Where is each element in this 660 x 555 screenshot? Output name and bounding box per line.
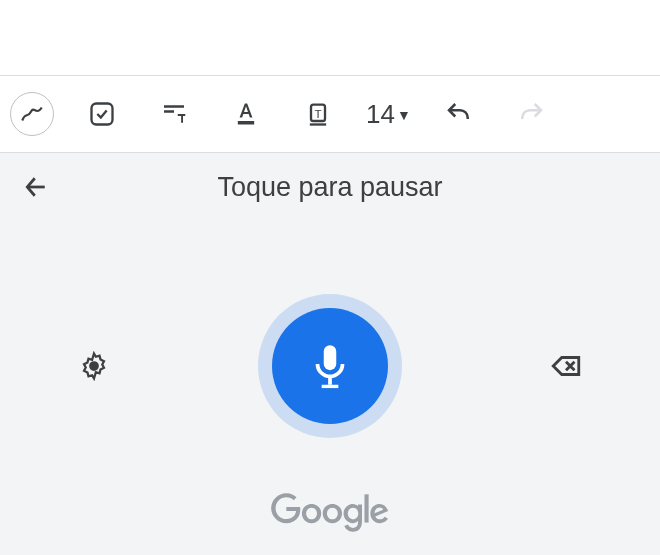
checkbox-icon[interactable] [78,90,126,138]
caret-down-icon: ▼ [397,107,411,123]
text-formatting-icon[interactable] [150,90,198,138]
svg-rect-2 [164,110,174,113]
voice-status-text: Toque para pausar [14,172,646,203]
voice-header: Toque para pausar [0,153,660,209]
highlight-color-icon[interactable]: T [294,90,342,138]
settings-gear-icon[interactable] [70,342,118,390]
svg-rect-9 [322,385,339,388]
google-logo [0,493,660,555]
font-size-value: 14 [366,99,395,130]
font-size-selector[interactable]: 14 ▼ [366,99,411,130]
svg-rect-0 [92,104,113,125]
app-content-area [0,0,660,75]
text-color-icon[interactable] [222,90,270,138]
svg-rect-1 [164,105,184,108]
voice-input-panel: Toque para pausar [0,153,660,555]
svg-rect-3 [238,121,254,125]
formatting-toolbar: T 14 ▼ [0,75,660,153]
backspace-icon[interactable] [542,342,590,390]
svg-point-7 [90,362,98,370]
scribble-icon[interactable] [10,92,54,136]
microphone-icon [305,341,355,391]
svg-text:T: T [314,107,321,120]
undo-icon[interactable] [435,90,483,138]
redo-icon[interactable] [507,90,555,138]
microphone-button[interactable] [272,308,388,424]
voice-controls [0,239,660,493]
svg-rect-8 [328,376,332,384]
